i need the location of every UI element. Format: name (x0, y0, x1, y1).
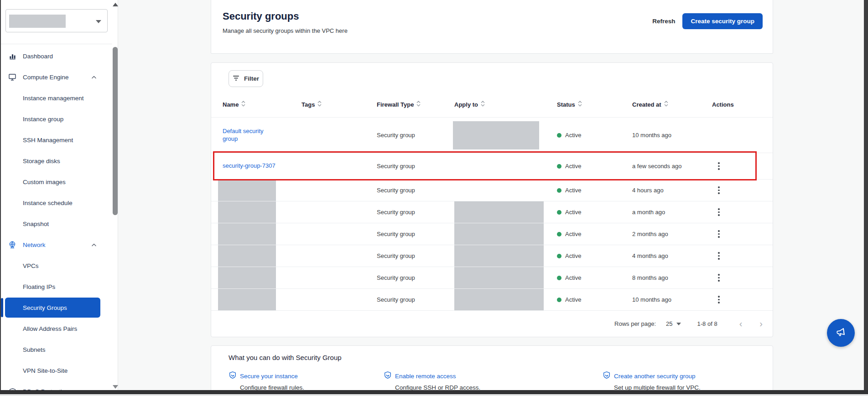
column-header-label: Tags (301, 101, 315, 108)
column-header-name[interactable]: Name (223, 100, 301, 108)
info-item-secure-your-instance: Secure your instanceConfigure firewall r… (229, 371, 384, 391)
status-label: Active (565, 274, 581, 281)
column-header-tags[interactable]: Tags (301, 100, 377, 108)
sidebar-item-allow-address-pairs[interactable]: Allow Address Pairs (1, 318, 112, 339)
column-header-label: Firewall Type (377, 101, 414, 108)
apply-to-cell (454, 223, 557, 245)
status-label: Active (565, 209, 581, 216)
security-group-name-link[interactable]: Default security group (223, 128, 276, 143)
sidebar-item-label: SSH Management (23, 137, 73, 144)
row-actions-kebab-button[interactable] (713, 272, 725, 284)
window-frame-bottom-strip (0, 394, 868, 396)
row-actions-kebab-button[interactable] (713, 294, 725, 306)
sort-icon[interactable] (481, 100, 485, 108)
filter-icon (233, 75, 240, 82)
sidebar-item-label: Instance group (23, 116, 63, 123)
sidebar-divider (1, 44, 112, 44)
firewall-type-cell: Security group (377, 209, 454, 216)
column-header-actions: Actions (712, 101, 761, 108)
firewall-type-cell: Security group (377, 296, 454, 303)
sidebar-item-security-groups[interactable]: Security Groups (5, 298, 100, 318)
created-at-cell: a month ago (632, 209, 712, 216)
info-link[interactable]: Create another security group (614, 373, 696, 380)
row-actions-kebab-button[interactable] (713, 160, 725, 172)
column-header-label: Actions (712, 101, 734, 108)
column-header-label: Created at (632, 101, 661, 108)
sidebar-item-label: Subnets (23, 346, 46, 353)
rows-per-page-label: Rows per page: (614, 320, 656, 327)
sidebar-item-vpcs[interactable]: VPCs (1, 255, 112, 276)
megaphone-icon (835, 326, 847, 340)
scrollbar-down-arrow[interactable] (113, 385, 118, 389)
filter-button[interactable]: Filter (229, 70, 263, 87)
sidebar-item-network[interactable]: Network (1, 234, 112, 255)
sidebar-item-instance-group[interactable]: Instance group (1, 108, 112, 129)
rows-per-page-select[interactable]: 25 (666, 320, 681, 327)
info-link[interactable]: Enable remote access (395, 373, 456, 380)
scrollbar-up-arrow[interactable] (113, 3, 118, 6)
status-label: Active (565, 187, 581, 194)
sidebar-item-ssh-management[interactable]: SSH Management (1, 129, 112, 150)
column-header-created-at[interactable]: Created at (632, 100, 712, 108)
project-dropdown[interactable] (5, 9, 108, 32)
sidebar-item-floating-ips[interactable]: Floating IPs (1, 276, 112, 297)
status-label: Active (565, 163, 581, 170)
sort-icon[interactable] (664, 100, 668, 108)
sort-icon[interactable] (241, 100, 245, 108)
next-page-button[interactable]: › (758, 319, 764, 329)
table-row: Security groupActivea month ago (211, 201, 773, 223)
row-actions-kebab-button[interactable] (713, 250, 725, 262)
filter-button-label: Filter (244, 75, 259, 82)
redacted-apply-to-block (454, 223, 544, 245)
security-group-name-link[interactable]: security-group-7307 (223, 162, 275, 170)
sidebar-item-custom-images[interactable]: Custom images (1, 171, 112, 192)
info-link[interactable]: Secure your instance (240, 373, 298, 380)
announcements-fab-button[interactable] (827, 319, 855, 347)
sidebar-item-compute-engine[interactable]: Compute Engine (1, 67, 112, 87)
status-label: Active (565, 296, 581, 303)
previous-page-button[interactable]: ‹ (738, 319, 744, 329)
pagination-range: 1-8 of 8 (697, 320, 717, 327)
refresh-button[interactable]: Refresh (652, 18, 675, 25)
create-security-group-button[interactable]: Create security group (682, 13, 763, 29)
row-actions-kebab-button[interactable] (713, 228, 725, 240)
row-actions-kebab-button[interactable] (713, 185, 725, 196)
redacted-apply-to-block (454, 245, 544, 267)
sidebar-item-label: Dashboard (23, 53, 53, 60)
sidebar-item-instance-schedule[interactable]: Instance schedule (1, 192, 112, 213)
actions-cell (712, 294, 761, 306)
sidebar-item-snapshot[interactable]: Snapshot (1, 213, 112, 234)
table-pagination: Rows per page: 25 1-8 of 8 ‹ › (211, 310, 773, 337)
sidebar-item-label: VPN Site-to-Site (23, 367, 68, 374)
sidebar-item-subnets[interactable]: Subnets (1, 339, 112, 360)
sidebar-item-instance-management[interactable]: Instance management (1, 87, 112, 108)
chevron-down-icon (96, 20, 101, 23)
sort-icon[interactable] (416, 100, 421, 108)
column-header-firewall-type[interactable]: Firewall Type (377, 100, 454, 108)
sort-icon[interactable] (317, 100, 322, 108)
status-badge: Active (557, 187, 632, 194)
monitor-icon (8, 73, 16, 81)
created-at-cell: 10 months ago (632, 296, 712, 303)
sidebar-item-label: Compute Engine (23, 74, 69, 81)
scrollbar-thumb[interactable] (113, 47, 118, 215)
column-header-apply-to[interactable]: Apply to (454, 100, 557, 108)
table-row-highlighted: security-group-7307Security groupActivea… (211, 153, 773, 179)
info-item-enable-remote-access: Enable remote accessConfigure SSH or RDP… (384, 371, 603, 391)
firewall-type-cell: Security group (377, 187, 454, 194)
column-header-status[interactable]: Status (557, 100, 632, 108)
row-actions-kebab-button[interactable] (713, 206, 725, 218)
sidebar-item-vpn-site-to-site[interactable]: VPN Site-to-Site (1, 360, 112, 381)
chevron-up-icon[interactable] (91, 74, 97, 81)
bar-chart-icon (8, 52, 16, 60)
created-at-cell: 2 months ago (632, 231, 712, 237)
status-label: Active (565, 132, 581, 139)
sort-icon[interactable] (578, 100, 582, 108)
chevron-up-icon[interactable] (91, 242, 97, 248)
sidebar-item-storage-disks[interactable]: Storage disks (1, 150, 112, 171)
sidebar-item-label: Instance schedule (23, 200, 73, 206)
page-header-card: Security groups Manage all security grou… (211, 0, 773, 54)
firewall-type-cell: Security group (377, 163, 454, 170)
sidebar-item-dashboard[interactable]: Dashboard (1, 46, 112, 67)
info-panel-items: Secure your instanceConfigure firewall r… (229, 371, 773, 391)
